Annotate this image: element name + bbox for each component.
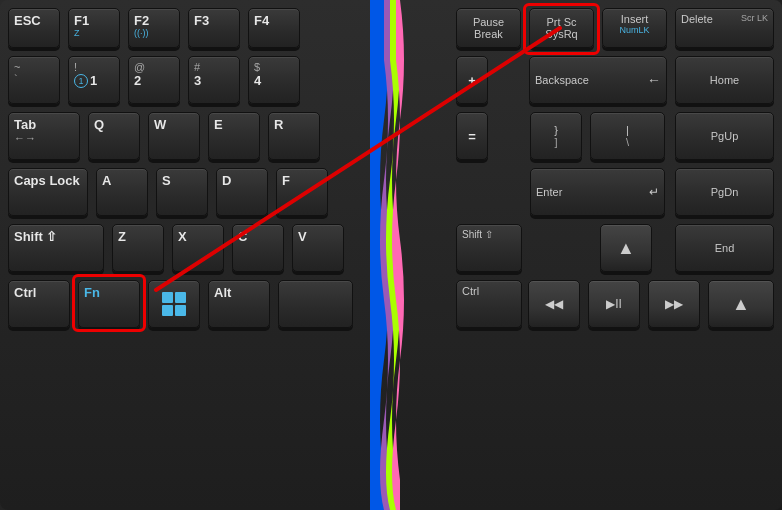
- key-enter[interactable]: Enter ↵: [530, 168, 665, 216]
- key-shift-l-label: Shift ⇧: [14, 229, 58, 244]
- key-w-label: W: [154, 117, 166, 132]
- key-z-label: Z: [118, 229, 126, 244]
- key-2-label: 2: [134, 73, 141, 88]
- key-x-label: X: [178, 229, 187, 244]
- key-q-label: Q: [94, 117, 104, 132]
- key-play-icon: ▶II: [606, 297, 622, 311]
- key-media-next[interactable]: ▶▶: [648, 280, 700, 328]
- key-v-label: V: [298, 229, 307, 244]
- key-page-down[interactable]: PgDn: [675, 168, 774, 216]
- key-s-label: S: [162, 173, 171, 188]
- key-e-label: E: [214, 117, 223, 132]
- key-enter-arrow: ↵: [649, 185, 659, 199]
- key-page-up[interactable]: PgUp: [675, 112, 774, 160]
- key-2[interactable]: @ 2: [128, 56, 180, 104]
- key-shift-left[interactable]: Shift ⇧: [8, 224, 104, 272]
- key-x[interactable]: X: [172, 224, 224, 272]
- key-insert-sub: NumLK: [619, 25, 649, 35]
- key-f3-label: F3: [194, 13, 209, 28]
- key-ctrl-left[interactable]: Ctrl: [8, 280, 70, 328]
- key-windows[interactable]: [148, 280, 200, 328]
- key-f[interactable]: F: [276, 168, 328, 216]
- key-caps-lock[interactable]: Caps Lock: [8, 168, 88, 216]
- key-z[interactable]: Z: [112, 224, 164, 272]
- key-a[interactable]: A: [96, 168, 148, 216]
- key-backspace-arrow: ←: [647, 72, 661, 88]
- key-prev-icon: ◀◀: [545, 297, 563, 311]
- svg-rect-3: [175, 305, 186, 316]
- key-pgdn-label: PgDn: [711, 186, 739, 198]
- key-tab[interactable]: Tab ←→: [8, 112, 80, 160]
- key-media-play[interactable]: ▶II: [588, 280, 640, 328]
- key-backspace[interactable]: Backspace ←: [529, 56, 667, 104]
- key-f1[interactable]: F1 Z: [68, 8, 120, 48]
- key-q[interactable]: Q: [88, 112, 140, 160]
- key-media-prev[interactable]: ◀◀: [528, 280, 580, 328]
- key-s[interactable]: S: [156, 168, 208, 216]
- key-insert-label: Insert: [621, 13, 649, 25]
- key-right-brace[interactable]: } ]: [530, 112, 582, 160]
- key-pgup-label: PgUp: [711, 130, 739, 142]
- key-f2-label: F2: [134, 13, 149, 28]
- key-f1-sub: Z: [74, 28, 80, 38]
- windows-icon: [160, 290, 188, 318]
- key-backslash[interactable]: | \: [590, 112, 665, 160]
- key-alt-left[interactable]: Alt: [208, 280, 270, 328]
- key-shift-r-label: Shift ⇧: [462, 229, 493, 240]
- key-home[interactable]: Home: [675, 56, 774, 104]
- key-prt-sc[interactable]: Prt ScSysRq: [529, 8, 594, 48]
- key-volume-icon: ▲: [732, 294, 750, 315]
- key-r[interactable]: R: [268, 112, 320, 160]
- svg-rect-2: [162, 305, 173, 316]
- key-equals[interactable]: =: [456, 112, 488, 160]
- key-ctrl-l-label: Ctrl: [14, 285, 36, 300]
- key-f4[interactable]: F4: [248, 8, 300, 48]
- key-1[interactable]: ! 1 1: [68, 56, 120, 104]
- key-esc[interactable]: ESC: [8, 8, 60, 48]
- key-shift-right[interactable]: Shift ⇧: [456, 224, 522, 272]
- key-plus-label: +: [468, 73, 476, 88]
- keyboard-image: ESC F1 Z F2 ((·)) F3 F4 ~ ` ! 1 1: [0, 0, 782, 510]
- key-ctrl-r-label: Ctrl: [462, 285, 479, 297]
- key-tilde[interactable]: ~ `: [8, 56, 60, 104]
- key-insert[interactable]: Insert NumLK: [602, 8, 667, 48]
- key-4[interactable]: $ 4: [248, 56, 300, 104]
- key-d[interactable]: D: [216, 168, 268, 216]
- key-delete[interactable]: Delete Scr LK: [675, 8, 774, 48]
- key-media-up[interactable]: ▲: [708, 280, 774, 328]
- key-c[interactable]: C: [232, 224, 284, 272]
- key-space[interactable]: [278, 280, 353, 328]
- key-up-arrow[interactable]: ▲: [600, 224, 652, 272]
- key-e[interactable]: E: [208, 112, 260, 160]
- key-end-label: End: [715, 242, 735, 254]
- key-4-label: 4: [254, 73, 261, 88]
- key-d-label: D: [222, 173, 231, 188]
- key-pause-break[interactable]: PauseBreak: [456, 8, 521, 48]
- key-enter-label: Enter: [536, 186, 562, 198]
- key-w[interactable]: W: [148, 112, 200, 160]
- key-equals-label: =: [468, 129, 476, 144]
- key-f-label: F: [282, 173, 290, 188]
- key-end[interactable]: End: [675, 224, 774, 272]
- key-f2[interactable]: F2 ((·)): [128, 8, 180, 48]
- svg-rect-0: [162, 292, 173, 303]
- key-v[interactable]: V: [292, 224, 344, 272]
- key-3[interactable]: # 3: [188, 56, 240, 104]
- key-3-label: 3: [194, 73, 201, 88]
- key-r-label: R: [274, 117, 283, 132]
- key-ctrl-right[interactable]: Ctrl: [456, 280, 522, 328]
- key-alt-l-label: Alt: [214, 285, 231, 300]
- key-prtsc-label: Prt ScSysRq: [545, 16, 577, 40]
- key-f4-label: F4: [254, 13, 269, 28]
- key-f3[interactable]: F3: [188, 8, 240, 48]
- key-plus[interactable]: +: [456, 56, 488, 104]
- key-up-icon: ▲: [617, 238, 635, 259]
- key-esc-label: ESC: [14, 13, 41, 28]
- key-fn[interactable]: Fn: [78, 280, 140, 328]
- key-delete-sub: Scr LK: [741, 13, 768, 23]
- key-f1-label: F1: [74, 13, 89, 28]
- key-home-label: Home: [710, 74, 739, 86]
- key-c-label: C: [238, 229, 247, 244]
- svg-rect-1: [175, 292, 186, 303]
- key-pause-label: PauseBreak: [473, 16, 504, 40]
